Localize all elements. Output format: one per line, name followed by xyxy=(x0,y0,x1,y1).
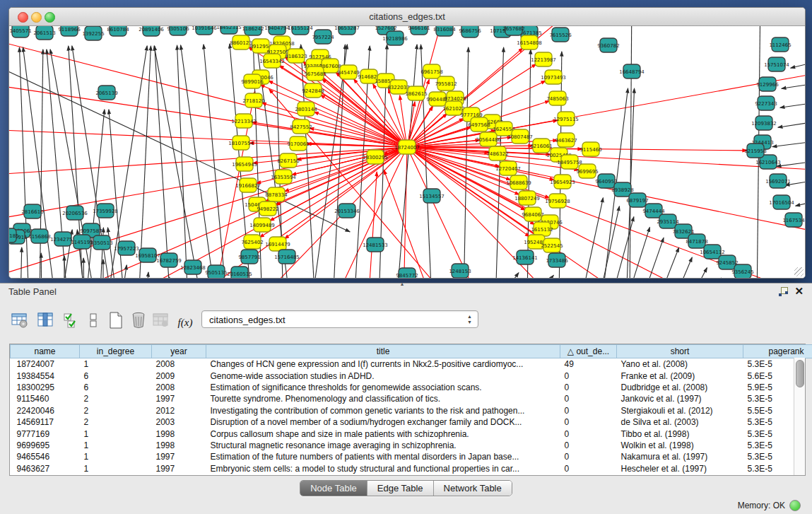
citation-edge-black[interactable] xyxy=(139,46,151,278)
citation-edge-black[interactable] xyxy=(41,253,42,278)
table-cell: 2008 xyxy=(152,382,206,393)
column-header-title[interactable]: title xyxy=(206,345,560,358)
table-row[interactable]: 946362711997Embryonic stem cells: a mode… xyxy=(11,463,812,474)
column-header-pagerank[interactable]: pagerank xyxy=(743,345,812,358)
citation-edge-black[interactable] xyxy=(672,257,692,278)
graph-node-label: 8322037 xyxy=(387,85,409,90)
citation-edge-black[interactable] xyxy=(778,121,805,127)
citation-edge-black[interactable] xyxy=(167,277,170,278)
column-header-name[interactable]: name xyxy=(11,345,80,358)
column-header-short[interactable]: short xyxy=(617,345,743,358)
table-cell: Estimation of the future numbers of pati… xyxy=(206,451,560,462)
graph-node-label: 18724007 xyxy=(394,145,420,151)
table-cell: 0 xyxy=(560,451,617,462)
table-row[interactable]: 2242004622012Investigating the contribut… xyxy=(11,405,812,416)
function-builder-button[interactable]: f(x) xyxy=(175,313,195,332)
table-selector-dropdown[interactable]: citations_edges.txt ▲▼ xyxy=(201,310,478,328)
tab-network-table[interactable]: Network Table xyxy=(434,481,512,496)
table-cell: Yano et al. (2008) xyxy=(617,358,743,370)
graph-node-label: 9734028 xyxy=(444,96,466,102)
citation-edge-black[interactable] xyxy=(204,45,227,278)
column-header-year[interactable]: year xyxy=(152,345,206,358)
graph-node-label: 8427552 xyxy=(290,124,312,130)
citation-edge-red[interactable] xyxy=(269,81,407,147)
table-row[interactable]: 946554611997Estimation of the future num… xyxy=(11,451,812,462)
close-panel-icon[interactable]: ✕ xyxy=(794,286,804,297)
graph-node-label: 9857791 xyxy=(238,255,260,260)
graph-node-label: 9466161 xyxy=(408,26,430,31)
citation-edge-black[interactable] xyxy=(464,47,469,278)
citation-edge-black[interactable] xyxy=(780,102,805,107)
citation-edge-black[interactable] xyxy=(83,258,84,278)
graph-node-label: 9498222 xyxy=(257,206,278,212)
citation-edge-red[interactable] xyxy=(368,172,377,278)
table-cell: Disruption of a novel member of a sodium… xyxy=(206,416,560,428)
graph-node-label: 9360782 xyxy=(597,43,619,49)
graph-node-label: 1248153 xyxy=(449,269,471,274)
table-row[interactable]: 977716911998Corpus callosum shape and si… xyxy=(11,428,812,439)
create-column-button[interactable] xyxy=(106,310,126,330)
citation-edge-red[interactable] xyxy=(9,78,407,147)
citation-edge-red[interactable] xyxy=(320,95,407,147)
column-header-in_degree[interactable]: in_degree xyxy=(80,345,152,358)
window-titlebar[interactable]: citations_edges.txt xyxy=(9,8,805,26)
column-header-out_de[interactable]: △ out_de... xyxy=(560,345,617,358)
network-window[interactable]: citations_edges.txt 14055712061513911896… xyxy=(8,7,806,279)
graph-node-label: 16782759 xyxy=(156,258,182,264)
panel-title: Table Panel xyxy=(8,286,57,297)
network-graph[interactable]: 1405571206151391189661392255861078420891… xyxy=(9,26,805,278)
table-options-button[interactable] xyxy=(10,310,30,330)
graph-node-label: 10688639 xyxy=(506,180,531,186)
window-resize-grip[interactable] xyxy=(794,267,804,276)
citation-edge-red[interactable] xyxy=(9,29,407,147)
table-scrollbar[interactable] xyxy=(794,358,805,475)
table-row[interactable]: 1938455462009Genome-wide association stu… xyxy=(11,370,812,381)
table-row[interactable]: 1830029562008Estimation of significance … xyxy=(11,382,812,393)
table-row[interactable]: 911546021997Tourette syndrome. Phenomeno… xyxy=(11,393,812,404)
graph-node-label: 9699695 xyxy=(576,169,598,175)
citation-edge-black[interactable] xyxy=(688,268,707,278)
graph-node-label: 16353594 xyxy=(271,175,296,180)
table-row[interactable]: 969969511998Structural magnetic resonanc… xyxy=(11,440,812,451)
table-row[interactable]: 1872400712008Changes of HCN gene express… xyxy=(11,358,812,370)
citation-edge-black[interactable] xyxy=(772,141,805,147)
graph-node-label: 10653287 xyxy=(334,26,360,31)
scrollbar-thumb[interactable] xyxy=(796,360,804,387)
citation-edge-black[interactable] xyxy=(20,247,22,278)
graph-node-label: 8610784 xyxy=(107,27,129,33)
graph-node-label: 9474444 xyxy=(642,209,665,214)
citation-edge-black[interactable] xyxy=(640,238,664,278)
table-cell: Tourette syndrome. Phenomenology and cla… xyxy=(206,393,560,404)
graph-node-label: 12823468 xyxy=(180,265,206,271)
graph-node-label: 1621022 xyxy=(442,106,464,112)
citation-edge-red[interactable] xyxy=(407,147,805,278)
citation-edge-black[interactable] xyxy=(657,247,679,278)
citation-edge-black[interactable] xyxy=(782,83,805,88)
delete-table-button[interactable] xyxy=(151,310,171,330)
float-panel-icon[interactable] xyxy=(779,287,788,296)
delete-entries-button[interactable] xyxy=(129,310,148,330)
citation-edge-black[interactable] xyxy=(598,206,619,278)
graph-node-label: 1405571 xyxy=(9,28,31,34)
select-all-button[interactable] xyxy=(61,310,81,330)
citation-edge-black[interactable] xyxy=(146,272,148,278)
citation-edge-black[interactable] xyxy=(155,46,170,278)
show-columns-button[interactable] xyxy=(35,310,55,330)
graph-node-label: 18495758 xyxy=(557,160,582,165)
table-cell: 9463627 xyxy=(11,463,80,474)
citation-edge-black[interactable] xyxy=(495,273,519,278)
tab-node-table[interactable]: Node Table xyxy=(300,481,367,496)
graph-node-label: 2065139 xyxy=(95,90,117,96)
citation-edge-black[interactable] xyxy=(777,160,805,166)
network-canvas[interactable]: 1405571206151391189661392255861078420891… xyxy=(9,26,805,278)
citation-edge-black[interactable] xyxy=(791,61,805,68)
table-row[interactable]: 1456911722003Disruption of a novel membe… xyxy=(11,416,812,428)
table-cell: Estimation of significance thresholds fo… xyxy=(206,382,560,393)
citation-edge-black[interactable] xyxy=(796,200,805,206)
table-cell: 1 xyxy=(80,440,152,451)
unselect-all-button[interactable] xyxy=(83,310,103,330)
table-cell: Hescheler et al. (1997) xyxy=(617,463,743,474)
citation-edge-black[interactable] xyxy=(107,228,117,278)
tab-edge-table[interactable]: Edge Table xyxy=(367,481,434,496)
graph-node-label: 19218986 xyxy=(382,36,408,42)
